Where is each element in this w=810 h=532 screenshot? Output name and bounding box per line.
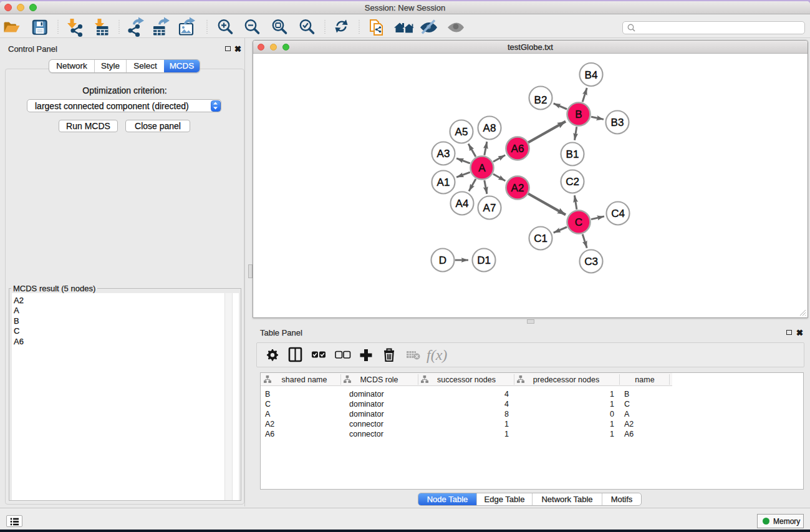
svg-text:A6: A6: [511, 143, 524, 155]
svg-text:C: C: [575, 216, 582, 228]
svg-text:A1: A1: [437, 177, 450, 188]
svg-text:MCDS role: MCDS role: [360, 375, 398, 384]
svg-text:C1: C1: [534, 233, 547, 244]
svg-text:successor nodes: successor nodes: [437, 375, 496, 384]
svg-text:A3: A3: [437, 148, 450, 160]
svg-text:C3: C3: [584, 256, 598, 268]
svg-text:B: B: [265, 390, 270, 399]
svg-text:4: 4: [504, 390, 509, 399]
svg-text:connector: connector: [349, 430, 383, 438]
svg-text:A2: A2: [511, 182, 524, 194]
svg-text:name: name: [635, 375, 654, 384]
svg-text:1: 1: [610, 430, 614, 438]
svg-text:1: 1: [504, 430, 509, 438]
svg-text:A2: A2: [624, 420, 634, 428]
svg-text:dominator: dominator: [349, 410, 384, 418]
svg-text:D: D: [439, 254, 446, 266]
svg-text:shared name: shared name: [282, 375, 327, 384]
svg-text:1: 1: [610, 390, 614, 399]
svg-text:B3: B3: [611, 117, 624, 128]
svg-text:1: 1: [610, 400, 614, 409]
svg-text:1: 1: [610, 420, 614, 428]
svg-text:A6: A6: [265, 430, 274, 438]
svg-text:B2: B2: [534, 94, 547, 106]
svg-text:A5: A5: [455, 126, 468, 138]
svg-text:B4: B4: [585, 69, 598, 81]
svg-text:C2: C2: [566, 176, 579, 188]
svg-text:C: C: [624, 400, 630, 409]
svg-text:A7: A7: [483, 202, 496, 214]
svg-text:connector: connector: [349, 420, 383, 428]
svg-text:dominator: dominator: [349, 400, 384, 409]
svg-text:C: C: [265, 400, 271, 409]
svg-text:A: A: [624, 410, 630, 418]
svg-text:8: 8: [504, 410, 509, 418]
svg-text:A2: A2: [265, 420, 274, 428]
svg-text:A: A: [478, 162, 486, 174]
svg-text:0: 0: [610, 410, 614, 418]
svg-text:4: 4: [504, 400, 509, 409]
svg-text:A: A: [265, 410, 271, 418]
svg-text:1: 1: [504, 420, 509, 428]
svg-text:B1: B1: [566, 148, 579, 160]
svg-text:predecessor nodes: predecessor nodes: [533, 375, 599, 384]
svg-text:B: B: [575, 109, 582, 120]
svg-text:A8: A8: [483, 122, 496, 134]
svg-text:A4: A4: [456, 198, 469, 210]
svg-text:B: B: [624, 390, 629, 399]
svg-text:A6: A6: [624, 430, 634, 438]
svg-text:C4: C4: [611, 208, 625, 220]
svg-text:f(x): f(x): [427, 347, 447, 363]
svg-text:D1: D1: [477, 254, 491, 266]
svg-text:dominator: dominator: [349, 390, 384, 399]
